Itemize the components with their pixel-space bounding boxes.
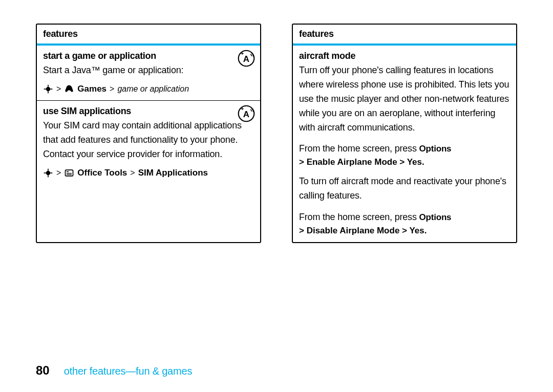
games-icon: [64, 84, 74, 94]
page-number: 80: [36, 363, 50, 378]
columns: features A + start a game or application…: [36, 24, 522, 243]
aircraft-desc: Turn off your phone's calling features i…: [299, 63, 510, 135]
network-a-icon: A +: [238, 50, 255, 67]
svg-rect-14: [44, 172, 46, 173]
svg-rect-15: [50, 172, 52, 173]
svg-rect-13: [48, 175, 49, 177]
section-aircraft-mode: aircraft mode Turn off your phone's call…: [293, 46, 516, 242]
disable-path: > Disable Airplane Mode > Yes.: [299, 226, 510, 236]
section-body: Your SIM card may contain additional app…: [43, 119, 254, 162]
text-fragment: From the home screen, press: [299, 143, 419, 154]
svg-rect-12: [48, 168, 49, 170]
nav-key-icon: [43, 84, 53, 94]
footer-title: other features—fun & games: [64, 365, 193, 377]
svg-rect-18: [67, 173, 72, 173]
svg-rect-5: [48, 91, 49, 93]
aircraft-enable-intro: From the home screen, press Options: [299, 142, 510, 156]
text-fragment: From the home screen, press: [299, 212, 419, 222]
separator: >: [130, 168, 135, 178]
svg-text:A: A: [243, 54, 249, 64]
manual-page: features A + start a game or application…: [0, 0, 553, 392]
svg-rect-19: [67, 174, 72, 175]
svg-rect-17: [67, 171, 69, 172]
svg-text:A: A: [243, 110, 249, 119]
svg-rect-6: [44, 89, 46, 90]
options-label: Options: [419, 212, 452, 222]
section-start-game: A + start a game or application Start a …: [37, 46, 260, 101]
aircraft-disable-intro: From the home screen, press Options: [299, 210, 510, 225]
svg-rect-7: [50, 89, 52, 90]
enable-path: > Enable Airplane Mode > Yes.: [299, 157, 510, 167]
section-title: use SIM applications: [43, 106, 254, 117]
nav-label-games: Games: [77, 84, 107, 94]
section-title: aircraft mode: [299, 51, 510, 61]
section-title: start a game or application: [43, 51, 254, 61]
separator: >: [110, 84, 114, 94]
right-features-box: features aircraft mode Turn off your pho…: [292, 24, 517, 243]
svg-text:+: +: [241, 51, 244, 56]
nav-path-games: > Games > game or application: [43, 84, 254, 94]
section-body: Start a Java™ game or application:: [43, 63, 254, 78]
left-box-header: features: [37, 25, 260, 46]
options-label: Options: [419, 144, 452, 154]
nav-key-icon: [43, 168, 53, 178]
svg-text:+: +: [241, 106, 244, 112]
section-sim-apps: A + use SIM applications Your SIM card m…: [37, 101, 260, 184]
svg-point-11: [46, 170, 50, 175]
separator: >: [56, 84, 61, 94]
nav-label-office: Office Tools: [77, 168, 127, 178]
svg-point-3: [46, 87, 50, 91]
nav-path-office: > Office Tools > SIM Applications: [43, 168, 254, 178]
right-box-header: features: [293, 25, 516, 46]
network-a-icon: A +: [238, 105, 255, 122]
page-footer: 80 other features—fun & games: [36, 363, 192, 378]
nav-label-game-or-app: game or application: [117, 84, 189, 94]
office-icon: [64, 168, 74, 178]
left-features-box: features A + start a game or application…: [36, 24, 261, 243]
svg-rect-4: [48, 85, 49, 87]
nav-label-sim: SIM Applications: [138, 168, 208, 178]
aircraft-disable-desc: To turn off aircraft mode and reactivate…: [299, 175, 510, 203]
separator: >: [56, 168, 61, 178]
